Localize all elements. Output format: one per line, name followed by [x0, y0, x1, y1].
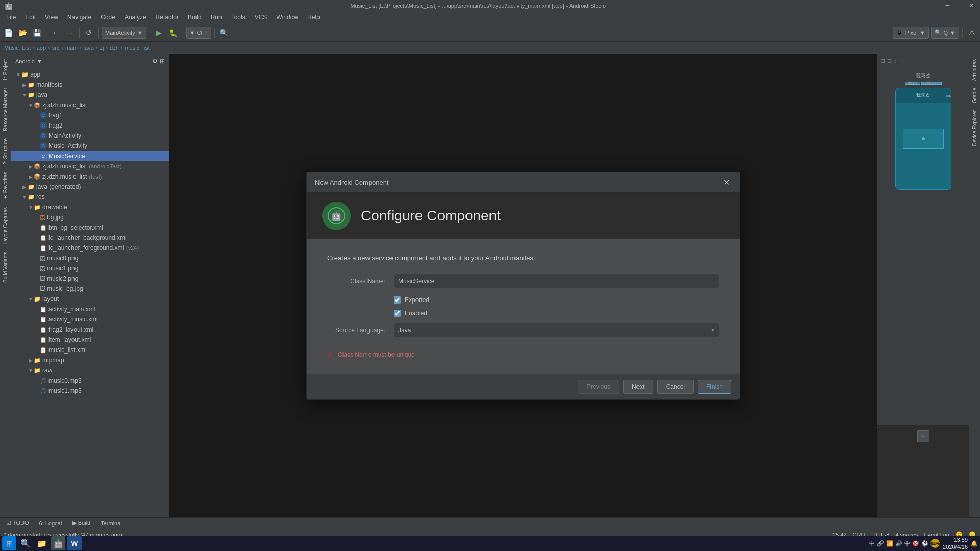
ime2-icon[interactable]: 中 [904, 540, 910, 547]
maximize-button[interactable]: □ [955, 2, 963, 9]
tree-item-layout[interactable]: ▼ 📁 layout [11, 294, 169, 304]
breadcrumb-zj[interactable]: zj [100, 45, 104, 51]
tree-item-mipmap[interactable]: ▶ 📁 mipmap [11, 355, 169, 365]
badge-icon[interactable]: 🎯 [912, 540, 919, 547]
undo-btn[interactable]: ↺ [83, 27, 95, 39]
dropdown-arrow[interactable]: ▼ [37, 58, 42, 64]
side-tab-build-variants[interactable]: Build Variants [1, 248, 10, 286]
tree-item-java[interactable]: ▼ 📁 java [11, 90, 169, 100]
search-icon-taskbar[interactable]: 🔍 [18, 536, 33, 550]
side-tab-structure[interactable]: 2: Structure [1, 135, 10, 168]
bottom-tab-logcat[interactable]: 6: Logcat [37, 518, 64, 529]
tree-item-activity-music[interactable]: ▶ 📋 activity_music.xml [11, 314, 169, 324]
save-btn[interactable]: 💾 [31, 27, 43, 39]
exported-checkbox[interactable] [394, 296, 401, 304]
menu-edit[interactable]: Edit [21, 13, 40, 22]
search-everywhere-btn[interactable]: 🔍 [218, 27, 230, 39]
tree-item-btnbgselector[interactable]: ▶ 📋 btn_bg_selector.xml [11, 222, 169, 233]
tree-item-raw[interactable]: ▼ 📁 raw [11, 365, 169, 375]
gear-icon[interactable]: ⚙ [152, 58, 158, 65]
warning-btn[interactable]: ⚠ [966, 27, 978, 39]
menu-run[interactable]: Run [207, 13, 226, 22]
side-tab-favorites[interactable]: ★ Favorites [1, 169, 10, 203]
android-studio-icon[interactable]: 🤖 [51, 536, 65, 550]
run-btn[interactable]: ▶ [153, 27, 165, 39]
menu-view[interactable]: View [41, 13, 62, 22]
breadcrumb-app[interactable]: app [37, 45, 46, 51]
breadcrumb-java[interactable]: java [84, 45, 94, 51]
menu-file[interactable]: File [2, 13, 20, 22]
bottom-tab-build[interactable]: ▶ Build [70, 518, 93, 529]
debug-btn[interactable]: 🐛 [167, 27, 180, 39]
tree-item-package-androidtest[interactable]: ▶ 📦 zj.dzh.music_list (androidTest) [11, 161, 169, 171]
close-button[interactable]: ✕ [967, 2, 976, 9]
tree-item-drawable[interactable]: ▼ 📁 drawable [11, 202, 169, 212]
side-tab-device-explorer[interactable]: Device Explorer [970, 107, 979, 149]
tree-item-activity-main[interactable]: ▶ 📋 activity_main.xml [11, 304, 169, 314]
side-tab-gradle[interactable]: Gradle [970, 85, 979, 106]
class-name-input[interactable] [394, 274, 719, 288]
menu-help[interactable]: Help [303, 13, 324, 22]
tree-item-frag1[interactable]: ▶ C frag1 [11, 110, 169, 120]
tree-item-music1mp3[interactable]: ▶ 🎵 music1.mp3 [11, 386, 169, 396]
bottom-tab-terminal[interactable]: Terminal [99, 518, 124, 529]
file-explorer-icon[interactable]: 📁 [35, 536, 49, 550]
menu-tools[interactable]: Tools [227, 13, 250, 22]
tree-item-mainactivity[interactable]: ▶ C MainActivity [11, 131, 169, 141]
tree-item-iclauncher-fg[interactable]: ▶ 📋 ic_launcher_foreground.xml (v24) [11, 243, 169, 253]
tree-item-app[interactable]: ▼ 📁 app [11, 69, 169, 80]
start-button[interactable]: ⊞ [2, 536, 16, 550]
tree-item-package-main[interactable]: ▼ 📦 zj.dzh.music_list [11, 100, 169, 110]
finish-button[interactable]: Finish [698, 380, 731, 394]
bottom-tab-todo[interactable]: ☑ TODO [4, 518, 31, 529]
menu-navigate[interactable]: Navigate [63, 13, 95, 22]
minimize-button[interactable]: ─ [944, 2, 952, 9]
breadcrumb-music-list-pkg[interactable]: music_list [125, 45, 149, 51]
volume-icon[interactable]: 🔊 [895, 540, 902, 547]
tree-item-frag2-layout[interactable]: ▶ 📋 frag2_layout.xml [11, 324, 169, 335]
menu-code[interactable]: Code [96, 13, 119, 22]
tree-item-res[interactable]: ▼ 📁 res [11, 192, 169, 202]
menu-refactor[interactable]: Refactor [152, 13, 183, 22]
tree-item-musicservice[interactable]: ▶ C MusicService [11, 151, 169, 161]
side-tab-captures[interactable]: Layout Captures [1, 204, 10, 247]
side-tab-attributes[interactable]: Attributes [970, 56, 979, 84]
tree-item-musicactivity[interactable]: ▶ C Music_Activity [11, 141, 169, 151]
breadcrumb-main[interactable]: main [65, 45, 78, 51]
back-btn[interactable]: ← [50, 27, 62, 39]
menu-analyze[interactable]: Analyze [120, 13, 151, 22]
new-file-btn[interactable]: 📄 [2, 27, 14, 39]
next-button[interactable]: Next [623, 380, 653, 394]
menu-build[interactable]: Build [184, 13, 206, 22]
tree-item-music2png[interactable]: ▶ 🖼 music2.png [11, 273, 169, 284]
zoom-in-button[interactable]: + [917, 430, 929, 442]
api-dropdown[interactable]: 🔍 Q ▼ [931, 27, 959, 39]
layout-icon-3[interactable]: ↕ [894, 58, 897, 64]
menu-window[interactable]: Window [272, 13, 302, 22]
previous-button[interactable]: Previous [578, 380, 619, 394]
enabled-checkbox[interactable] [394, 310, 401, 317]
run-config-dropdown[interactable]: MainActivity ▼ [102, 27, 146, 39]
tree-item-item-layout[interactable]: ▶ 📋 item_layout.xml [11, 335, 169, 345]
ime-icon[interactable]: 中 [869, 540, 875, 547]
side-tab-resource-manager[interactable]: Resource Manager [1, 85, 10, 134]
cft-dropdown[interactable]: ▼ CFT [186, 27, 211, 39]
open-btn[interactable]: 📂 [16, 27, 29, 39]
tree-item-music0png[interactable]: ▶ 🖼 music0.png [11, 253, 169, 263]
dialog-close-button[interactable]: ✕ [721, 177, 731, 187]
taskbar-time-display[interactable]: 13:59 2020/4/16 [943, 536, 968, 551]
source-language-select[interactable]: Java Kotlin [394, 323, 719, 337]
edit-icon[interactable]: ✏ [946, 93, 951, 100]
side-tab-project[interactable]: 1: Project [1, 56, 10, 84]
layout-icon-2[interactable]: ⊟ [887, 58, 892, 64]
network-icon[interactable]: 🔗 [877, 540, 884, 547]
word-icon[interactable]: W [67, 536, 82, 550]
tree-item-bgjpg[interactable]: ▶ 🖼 bg.jpg [11, 212, 169, 222]
cancel-button[interactable]: Cancel [657, 380, 694, 394]
soccer-icon[interactable]: ⚽ [921, 540, 928, 547]
tree-item-music1png[interactable]: ▶ 🖼 music1.png [11, 263, 169, 273]
notification-icon[interactable]: 🔔 [971, 540, 978, 547]
tree-item-musicbgjpg[interactable]: ▶ 🖼 music_bg.jpg [11, 284, 169, 294]
breadcrumb-music-list[interactable]: Music_List [4, 45, 31, 51]
tree-item-manifests[interactable]: ▶ 📁 manifests [11, 80, 169, 90]
